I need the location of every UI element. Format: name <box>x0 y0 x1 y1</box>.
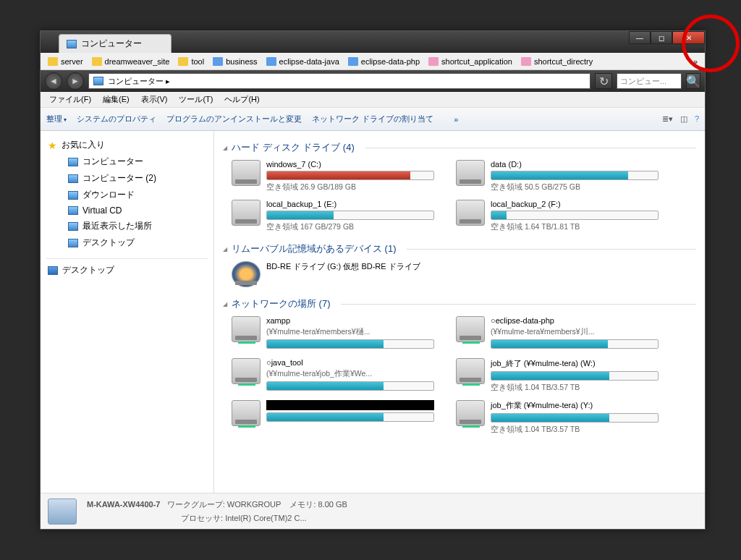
network-drive-item[interactable]: ○eclipse-data-php(¥¥mulme-tera¥members¥川… <box>456 316 659 351</box>
explorer-window: コンピューター — ◻ ✕ serverdreamweaver_sitetool… <box>40 30 706 530</box>
back-button[interactable]: ◄ <box>45 72 62 90</box>
folder-icon <box>266 57 276 66</box>
hdd-icon <box>232 160 261 186</box>
drive-item[interactable]: local_backup_2 (F:) 空き領域 1.64 TB/1.81 TB <box>456 200 659 232</box>
network-drive-item[interactable]: XXXXX <box>232 400 434 435</box>
network-drive-icon <box>232 358 261 384</box>
folder-icon <box>348 57 358 66</box>
window-controls: — ◻ ✕ <box>629 31 705 44</box>
bookmark-item[interactable]: eclipse-data-php <box>345 56 423 67</box>
toolbar-item[interactable]: プログラムのアンインストールと変更 <box>166 114 302 123</box>
hdd-icon <box>456 200 485 226</box>
hdd-icon <box>456 160 485 186</box>
minimize-button[interactable]: — <box>629 31 651 44</box>
network-drive-item[interactable]: xampp(¥¥mulme-tera¥members¥樋... <box>232 316 434 351</box>
hdd-icon <box>232 200 261 226</box>
menu-item[interactable]: ツール(T) <box>174 93 217 106</box>
content-area: ハード ディスク ドライブ (4) windows_7 (C:) 空き領域 26… <box>214 131 705 493</box>
sidebar-item[interactable]: コンピューター (2) <box>41 170 213 187</box>
drive-item[interactable]: windows_7 (C:) 空き領域 26.9 GB/189 GB <box>232 160 434 192</box>
network-drive-icon <box>232 316 261 342</box>
titlebar: コンピューター — ◻ ✕ <box>41 31 705 53</box>
item-icon <box>68 239 78 247</box>
search-button[interactable]: 🔍 <box>686 73 700 89</box>
drive-item[interactable]: BD-RE ドライブ (G:) 仮想 BD-RE ドライブ <box>232 261 434 287</box>
drive-item[interactable]: local_backup_1 (E:) 空き領域 167 GB/279 GB <box>232 200 434 232</box>
network-drive-icon <box>456 400 485 426</box>
bookmark-item[interactable]: eclipse-data-java <box>263 56 342 67</box>
bookmark-item[interactable]: shortcut_directry <box>518 56 596 67</box>
bookmarks-overflow[interactable]: » <box>690 57 700 66</box>
sidebar-item[interactable]: 最近表示した場所 <box>41 218 213 234</box>
menu-item[interactable]: ファイル(F) <box>45 93 96 106</box>
computer-icon <box>48 499 77 525</box>
group-network[interactable]: ネットワークの場所 (7) <box>223 297 696 310</box>
bookmarks-bar: serverdreamweaver_sitetoolbusinesseclips… <box>41 53 705 70</box>
help-button[interactable]: ? <box>695 114 699 124</box>
navigation-sidebar: ★ お気に入り コンピューターコンピューター (2)ダウンロードVirtual … <box>41 131 214 493</box>
address-bar[interactable]: コンピューター ▸ <box>88 73 590 89</box>
menu-item[interactable]: 編集(E) <box>98 93 134 106</box>
sidebar-item[interactable]: ダウンロード <box>41 187 213 203</box>
folder-icon <box>48 57 58 66</box>
network-drive-item[interactable]: ○java_tool(¥¥mulme-tera¥job_作業¥We... <box>232 358 434 393</box>
network-drive-icon <box>456 358 485 384</box>
network-drive-item[interactable]: job_作業 (¥¥mulme-tera) (Y:) 空き領域 1.04 TB/… <box>456 400 659 435</box>
toolbar-overflow[interactable]: » <box>454 115 458 124</box>
folder-icon <box>521 57 531 66</box>
toolbar-item[interactable]: システムのプロパティ <box>77 114 156 123</box>
menu-item[interactable]: ヘルプ(H) <box>220 93 263 106</box>
star-icon: ★ <box>48 140 57 151</box>
toolbar-item[interactable]: ネットワーク ドライブの割り当て <box>312 114 433 123</box>
group-removable[interactable]: リムーバブル記憶域があるデバイス (1) <box>223 242 696 255</box>
details-pane: M-KAWA-XW4400-7 ワークグループ: WORKGROUP メモリ: … <box>41 493 705 529</box>
toolbar: 整理 システムのプロパティプログラムのアンインストールと変更ネットワーク ドライ… <box>41 108 705 131</box>
bookmark-item[interactable]: dreamweaver_site <box>89 56 173 67</box>
menu-item[interactable]: 表示(V) <box>137 93 172 106</box>
sidebar-item[interactable]: Virtual CD <box>41 203 213 218</box>
sidebar-desktop[interactable]: デスクトップ <box>41 262 213 279</box>
computer-icon <box>67 40 77 48</box>
item-icon <box>68 191 78 200</box>
close-button[interactable]: ✕ <box>672 31 705 44</box>
desktop-icon <box>48 266 58 275</box>
bookmark-item[interactable]: business <box>210 56 260 67</box>
window-tab[interactable]: コンピューター <box>59 34 172 53</box>
menu-bar: ファイル(F)編集(E)表示(V)ツール(T)ヘルプ(H) <box>41 92 705 108</box>
item-icon <box>68 174 78 183</box>
search-placeholder: コンピュー... <box>620 76 666 87</box>
network-drive-icon <box>232 400 261 426</box>
favorites-header[interactable]: ★ お気に入り <box>41 137 213 153</box>
folder-icon <box>178 57 188 66</box>
network-drive-icon <box>456 316 485 342</box>
drive-item[interactable]: data (D:) 空き領域 50.5 GB/275 GB <box>456 160 659 192</box>
maximize-button[interactable]: ◻ <box>651 31 672 44</box>
computer-name: M-KAWA-XW4400-7 <box>87 500 160 509</box>
bookmark-item[interactable]: server <box>45 56 86 67</box>
network-drive-item[interactable]: job_終了 (¥¥mulme-tera) (W:) 空き領域 1.04 TB/… <box>456 358 659 393</box>
bookmark-item[interactable]: shortcut_application <box>425 56 515 67</box>
folder-icon <box>92 57 102 66</box>
forward-button[interactable]: ► <box>67 72 84 90</box>
preview-pane-button[interactable]: ◫ <box>680 114 687 124</box>
tab-title: コンピューター <box>81 38 142 50</box>
item-icon <box>68 222 78 231</box>
item-icon <box>68 206 78 215</box>
bookmark-item[interactable]: tool <box>175 56 207 67</box>
navigation-bar: ◄ ► コンピューター ▸ ↻ コンピュー... 🔍 <box>41 70 705 92</box>
organize-button[interactable]: 整理 <box>46 114 67 124</box>
folder-icon <box>213 57 223 66</box>
breadcrumb: コンピューター ▸ <box>108 76 170 87</box>
sidebar-item[interactable]: デスクトップ <box>41 234 213 251</box>
search-input[interactable]: コンピュー... <box>617 73 682 89</box>
folder-icon <box>428 57 439 66</box>
sidebar-item[interactable]: コンピューター <box>41 153 213 170</box>
refresh-button[interactable]: ↻ <box>595 73 612 89</box>
item-icon <box>68 158 78 166</box>
group-hdd[interactable]: ハード ディスク ドライブ (4) <box>223 141 696 154</box>
bd-drive-icon <box>232 261 261 287</box>
view-icons-button[interactable]: ≣▾ <box>662 114 673 124</box>
computer-icon <box>93 77 103 85</box>
